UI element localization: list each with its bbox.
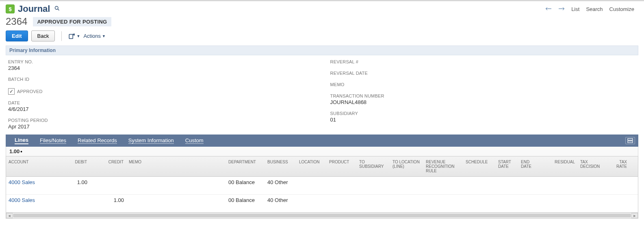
tab-layout-toggle-icon[interactable] — [625, 137, 635, 144]
field-value: JOURNAL4868 — [330, 99, 636, 105]
lines-total-value: 1.00 — [9, 148, 20, 154]
forward-arrow-icon[interactable]: 🡒 — [558, 5, 565, 13]
field-date: DATE 4/6/2017 — [8, 100, 314, 112]
cell-department: 00 Balance — [226, 177, 265, 194]
lines-grid: ACCOUNT DEBIT CREDIT MEMO DEPARTMENT BUS… — [6, 156, 638, 213]
cell-to-subsidiary — [357, 177, 390, 194]
table-row[interactable]: 4000 Sales 1.00 00 Balance 40 Other — [6, 177, 638, 195]
horizontal-scrollbar[interactable]: ◄ ► — [6, 213, 638, 219]
col-to-subsidiary[interactable]: TO SUBSIDIARY — [357, 156, 390, 176]
svg-point-0 — [55, 7, 59, 10]
cell-debit: 1.00 — [51, 177, 90, 194]
grid-header-row: ACCOUNT DEBIT CREDIT MEMO DEPARTMENT BUS… — [6, 156, 638, 177]
svg-rect-5 — [628, 141, 633, 143]
svg-rect-2 — [69, 34, 73, 39]
cell-tax-decision — [578, 177, 607, 194]
field-approved: ✓ APPROVED — [8, 88, 314, 95]
cell-revenue-recognition-rule — [423, 177, 463, 194]
cell-start-date — [496, 195, 518, 212]
field-transaction-number: TRANSACTION NUMBER JOURNAL4868 — [330, 93, 636, 105]
tab-lines[interactable]: Lines — [9, 135, 34, 147]
cell-schedule — [463, 195, 496, 212]
back-arrow-icon[interactable]: 🡐 — [545, 5, 552, 13]
col-memo[interactable]: MEMO — [126, 156, 226, 176]
cell-end-date — [518, 177, 541, 194]
field-value: 01 — [330, 117, 636, 123]
fields-right-column: REVERSAL # REVERSAL DATE MEMO TRANSACTIO… — [330, 59, 636, 130]
col-account[interactable]: ACCOUNT — [6, 156, 51, 176]
cell-memo — [126, 177, 226, 194]
col-end-date[interactable]: END DATE — [518, 156, 541, 176]
scroll-left-arrow-icon[interactable]: ◄ — [6, 213, 13, 218]
customize-link[interactable]: Customize — [609, 6, 634, 12]
col-tax-decision[interactable]: TAX DECISION — [578, 156, 607, 176]
cell-account[interactable]: 4000 Sales — [6, 177, 51, 194]
field-subsidiary: SUBSIDIARY 01 — [330, 111, 636, 123]
cell-to-location-line — [390, 195, 423, 212]
actions-label: Actions — [83, 33, 101, 39]
cell-start-date — [496, 177, 518, 194]
table-row[interactable]: 4000 Sales 1.00 00 Balance 40 Other — [6, 195, 638, 213]
col-product[interactable]: PRODUCT — [327, 156, 357, 176]
col-credit[interactable]: CREDIT — [90, 156, 126, 176]
field-label: APPROVED — [17, 89, 43, 94]
col-department[interactable]: DEPARTMENT — [226, 156, 265, 176]
tab-related-records[interactable]: Related Records — [72, 135, 123, 147]
cell-revenue-recognition-rule — [423, 195, 463, 212]
cell-business: 40 Other — [265, 195, 297, 212]
field-value: 4/6/2017 — [8, 106, 314, 112]
cell-to-location-line — [390, 177, 423, 194]
entry-number-large: 2364 — [6, 16, 27, 27]
field-label: REVERSAL # — [330, 59, 636, 64]
fields-left-column: ENTRY NO. 2364 BATCH ID ✓ APPROVED DATE … — [8, 59, 314, 130]
search-icon[interactable] — [54, 5, 60, 13]
cell-tax-rate — [607, 177, 630, 194]
chevron-down-icon: ▼ — [102, 34, 106, 38]
cell-to-subsidiary — [357, 195, 390, 212]
actions-dropdown[interactable]: Actions ▼ — [83, 33, 106, 39]
page-header: $ Journal 🡐 🡒 List Search Customize — [0, 1, 644, 14]
cell-location — [297, 177, 327, 194]
cell-end-date — [518, 195, 541, 212]
cell-schedule — [463, 177, 496, 194]
list-link[interactable]: List — [571, 6, 579, 12]
field-value: 2364 — [8, 65, 314, 71]
cell-debit — [51, 195, 90, 212]
col-residual[interactable]: RESIDUAL — [541, 156, 578, 176]
cell-residual — [541, 177, 578, 194]
col-revenue-recognition-rule[interactable]: REVENUE RECOGNITION RULE — [423, 156, 463, 176]
record-subheader: 2364 APPROVED FOR POSTING — [0, 14, 644, 30]
col-business[interactable]: BUSINESS — [265, 156, 297, 176]
edit-button[interactable]: Edit — [6, 30, 28, 41]
cell-account[interactable]: 4000 Sales — [6, 195, 51, 212]
col-schedule[interactable]: SCHEDULE — [463, 156, 496, 176]
field-label: TRANSACTION NUMBER — [330, 93, 636, 98]
col-to-location-line[interactable]: TO LOCATION (LINE) — [390, 156, 423, 176]
shortcut-menu-icon[interactable]: ▼ — [68, 33, 80, 40]
tab-custom[interactable]: Custom — [180, 135, 209, 147]
scroll-right-arrow-icon[interactable]: ► — [631, 213, 638, 218]
field-label: SUBSIDIARY — [330, 111, 636, 116]
svg-line-1 — [58, 9, 59, 10]
col-start-date[interactable]: START DATE — [496, 156, 518, 176]
field-batch-id: BATCH ID — [8, 77, 314, 82]
tab-system-information[interactable]: System Information — [123, 135, 180, 147]
field-reversal-no: REVERSAL # — [330, 59, 636, 65]
approved-checkbox[interactable]: ✓ — [8, 88, 15, 95]
search-link[interactable]: Search — [586, 6, 603, 12]
field-label: BATCH ID — [8, 77, 314, 82]
scroll-thumb[interactable] — [13, 214, 631, 217]
dot-icon: • — [20, 148, 22, 154]
cell-credit — [90, 177, 126, 194]
col-debit[interactable]: DEBIT — [51, 156, 90, 176]
col-tax-rate[interactable]: TAX RATE — [607, 156, 630, 176]
subtab-strip: Lines Files/Notes Related Records System… — [6, 135, 638, 147]
lines-total-row: 1.00• — [6, 147, 638, 156]
back-button[interactable]: Back — [31, 30, 55, 41]
cell-business: 40 Other — [265, 177, 297, 194]
checkmark-icon: ✓ — [9, 89, 13, 94]
col-location[interactable]: LOCATION — [297, 156, 327, 176]
tab-files-notes[interactable]: Files/Notes — [34, 135, 72, 147]
cell-tax-decision — [578, 195, 607, 212]
field-label: REVERSAL DATE — [330, 71, 636, 76]
